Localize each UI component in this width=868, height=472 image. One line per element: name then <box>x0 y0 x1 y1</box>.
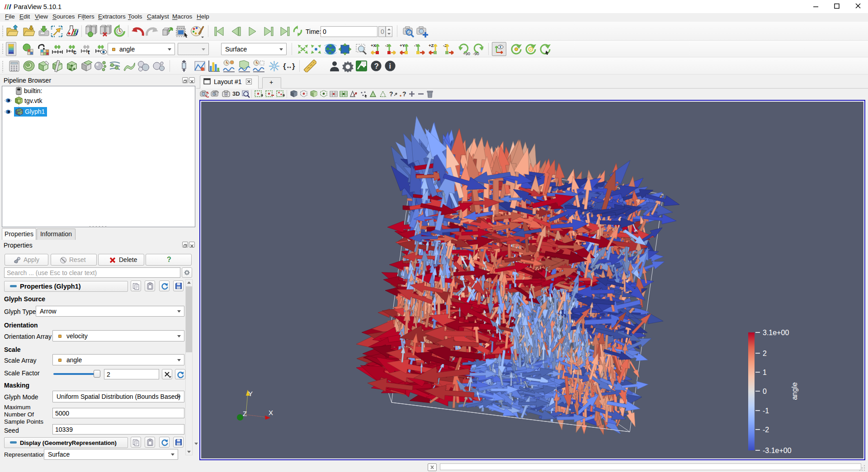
svg-text:-1: -1 <box>763 407 769 415</box>
svg-text:+Y: +Y <box>400 43 406 48</box>
svg-text:-2: -2 <box>763 426 769 434</box>
svg-text:Y: Y <box>248 390 253 397</box>
svg-text:angle: angle <box>791 382 798 400</box>
svg-text:+X: +X <box>371 43 377 48</box>
svg-text:}: } <box>292 62 295 70</box>
svg-text:c: c <box>73 49 76 55</box>
svg-text:?: ? <box>374 62 379 70</box>
svg-text:2: 2 <box>763 350 767 357</box>
svg-text:i: i <box>389 62 391 70</box>
svg-text:{: { <box>283 62 286 70</box>
svg-text:+90: +90 <box>463 51 470 56</box>
svg-text:t: t <box>88 49 90 55</box>
svg-text:0: 0 <box>763 388 767 395</box>
svg-text:-3.1e+00: -3.1e+00 <box>763 447 792 454</box>
svg-text:X: X <box>269 409 273 416</box>
svg-text:-90: -90 <box>473 51 479 56</box>
svg-text:?: ? <box>402 90 406 98</box>
svg-text:1: 1 <box>763 369 767 376</box>
svg-text:?: ? <box>389 90 393 98</box>
svg-text:+Z: +Z <box>429 43 434 48</box>
svg-text:3.1e+00: 3.1e+00 <box>763 329 789 336</box>
svg-text:Z: Z <box>243 410 247 417</box>
